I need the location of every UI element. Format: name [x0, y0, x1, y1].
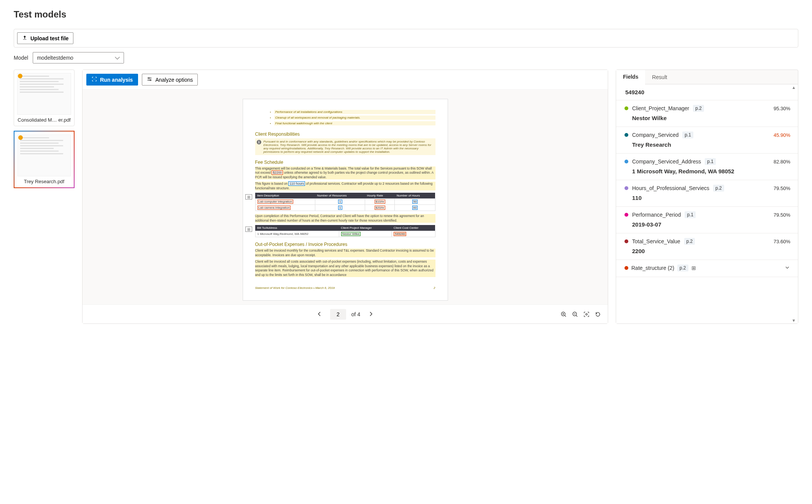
doc-heading: Fee Schedule: [255, 160, 435, 165]
svg-point-0: [148, 78, 149, 79]
zoom-out-button[interactable]: [572, 311, 578, 317]
field-row[interactable]: Client_Project_Manager p.2 95.30% Nestor…: [616, 100, 798, 127]
field-name: Performance_Period: [632, 212, 681, 218]
results-tabs: Fields Result: [616, 70, 798, 84]
rates-table: Item DescriptionNumber of ResourcesHourl…: [255, 193, 435, 211]
page-chip: p.1: [685, 211, 696, 218]
results-panel: Fields Result ▲ 549240 Client_Project_Ma…: [616, 70, 798, 324]
model-select[interactable]: modeltestdemo: [33, 52, 124, 63]
field-row[interactable]: Total_Service_Value p.2 73.60% 2200: [616, 233, 798, 260]
run-analysis-label: Run analysis: [100, 77, 133, 83]
field-row[interactable]: Performance_Period p.1 79.50% 2019-03-07: [616, 207, 798, 233]
confidence: 73.60%: [774, 239, 790, 244]
page-chip: p.1: [682, 132, 693, 138]
doc-paragraph: This figure is based on 110 hours of pro…: [255, 182, 435, 190]
status-dot-icon: [18, 135, 23, 140]
confidence: 79.50%: [774, 212, 790, 218]
tab-fields[interactable]: Fields: [616, 70, 645, 84]
prev-page-button[interactable]: [314, 309, 325, 320]
doc-bullet: Final functional walkthrough with the cl…: [274, 121, 435, 125]
status-dot-icon: [18, 74, 22, 78]
field-value: 2019-03-07: [624, 221, 790, 228]
field-value: 110: [624, 195, 790, 201]
scan-icon: [92, 76, 97, 83]
chevron-down-icon: [785, 265, 790, 271]
doc-note: Pursuant to and in conformance with any …: [255, 138, 435, 155]
confidence: 79.50%: [774, 185, 790, 191]
page-chip: p.2: [677, 265, 688, 271]
document-viewer: Run analysis Analyze options Performance…: [82, 70, 608, 324]
field-row[interactable]: Hours_of_Professional_Serviecs p.2 79.50…: [616, 180, 798, 207]
field-value: 549240: [616, 84, 798, 100]
confidence: 45.90%: [774, 132, 790, 138]
thumbnail-item[interactable]: Consolidated M… er.pdf: [14, 70, 75, 126]
doc-heading: Client Responsibilities: [255, 132, 435, 137]
thumbnail-preview: [17, 135, 71, 176]
highlight-client-pm: Nestor Wilke: [341, 232, 361, 236]
doc-paragraph: Upon completion of this Performance Peri…: [255, 214, 435, 223]
model-selected-value: modeltestdemo: [37, 55, 73, 61]
document-page: Performance of all installations and con…: [243, 99, 448, 301]
table-marker-icon: ⊞: [245, 227, 252, 232]
color-dot-icon: [624, 133, 628, 137]
field-value: 2200: [624, 248, 790, 254]
thumbnail-name: Trey Research.pdf: [17, 179, 71, 184]
color-dot-icon: [624, 106, 628, 110]
thumbnail-item[interactable]: Trey Research.pdf: [14, 131, 75, 188]
scroll-down-icon: ▼: [791, 318, 796, 323]
highlight-cost-center: 549240: [394, 232, 406, 236]
doc-heading: Out-of-Pocket Expenses / Invoice Procedu…: [255, 242, 435, 247]
thumbnail-list: Consolidated M… er.pdf Trey Research.pdf: [14, 70, 75, 324]
color-dot-icon: [624, 213, 628, 217]
model-label: Model: [14, 55, 28, 61]
upload-icon: [22, 35, 27, 41]
confidence: 82.80%: [774, 159, 790, 165]
analyze-options-label: Analyze options: [155, 77, 193, 83]
field-row-expandable[interactable]: Rate_structure (2) p.2 ⊞: [616, 260, 798, 277]
color-dot-icon: [624, 266, 628, 270]
field-name: Hours_of_Professional_Serviecs: [632, 185, 709, 191]
doc-bullet: Cleanup of all workspaces and removal of…: [274, 116, 435, 120]
analyze-options-button[interactable]: Analyze options: [142, 74, 198, 86]
table-icon: ⊞: [691, 265, 696, 271]
region-zoom-button[interactable]: [583, 311, 590, 317]
page-input[interactable]: [330, 309, 346, 320]
field-name: Company_Serviced_Address: [632, 158, 701, 165]
field-name: Company_Serviced: [632, 132, 679, 138]
fields-list[interactable]: ▲ 549240 Client_Project_Manager p.2 95.3…: [616, 84, 798, 323]
page-chip: p.2: [693, 105, 704, 112]
tab-result[interactable]: Result: [645, 70, 674, 84]
zoom-in-button[interactable]: [561, 311, 567, 317]
doc-footer-left: Statement of Work for Contoso Electronic…: [255, 286, 335, 290]
field-name: Total_Service_Value: [632, 238, 680, 244]
doc-paragraph: Client will be invoiced monthly for the …: [255, 249, 435, 257]
field-name: Client_Project_Manager: [632, 105, 689, 111]
page-chip: p.1: [705, 158, 716, 165]
doc-footer-page: 2: [434, 286, 435, 290]
scroll-up-icon: ▲: [791, 85, 796, 90]
billing-table: Bill To/AddressClient Project ManagerCli…: [255, 225, 435, 237]
page-total: of 4: [351, 311, 360, 317]
next-page-button[interactable]: [365, 309, 376, 320]
field-row[interactable]: Company_Serviced p.1 45.90% Trey Researc…: [616, 127, 798, 154]
document-scroll-area[interactable]: Performance of all installations and con…: [83, 90, 608, 304]
rotate-button[interactable]: [595, 311, 601, 317]
highlight-total-value: $2200: [272, 170, 283, 175]
field-value: 1 Microsoft Way, Redmond, WA 98052: [624, 168, 790, 174]
color-dot-icon: [624, 160, 628, 163]
upload-bar: Upload test file: [14, 29, 798, 48]
confidence: 95.30%: [774, 106, 790, 111]
color-dot-icon: [624, 239, 628, 243]
table-marker-icon: ⊞: [245, 194, 252, 200]
page-chip: p.2: [713, 185, 724, 192]
thumbnail-preview: [17, 73, 71, 115]
svg-point-1: [150, 79, 151, 81]
highlight-hours: 110 hours: [288, 181, 305, 186]
field-row[interactable]: Company_Serviced_Address p.1 82.80% 1 Mi…: [616, 154, 798, 180]
field-value: Nestor Wilke: [624, 115, 790, 121]
upload-button[interactable]: Upload test file: [17, 32, 73, 44]
doc-bullet: Performance of all installations and con…: [274, 110, 435, 114]
svg-point-4: [586, 313, 587, 315]
run-analysis-button[interactable]: Run analysis: [86, 74, 138, 86]
sliders-icon: [147, 76, 152, 83]
